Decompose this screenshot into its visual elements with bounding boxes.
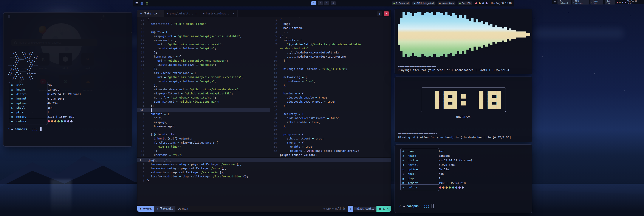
fetch-info-block: ☻usertux⌂hnamecanopus❄distroNixOS 24.11 …	[11, 83, 81, 124]
visualizer-bar	[507, 30, 509, 39]
status-chip[interactable]: Home: 8ms	[438, 2, 456, 5]
track-progress-bar: ======================>	[398, 132, 529, 135]
terminal-window-fetch-left[interactable]: \\ \\ // ==\\__\\/ // // \\// ==// //== …	[3, 12, 132, 147]
code-line: 9 ../../modules/nixos/desktop/awesome	[270, 55, 391, 59]
systray-icon-1[interactable]	[617, 2, 618, 3]
clock-widget[interactable]: Thu Aug 08, 18:18	[490, 2, 512, 5]
status-chip[interactable]: GPU: Integrated	[572, 0, 589, 5]
nix-file-icon: ❄	[203, 12, 204, 15]
menu-icon[interactable]: ☰	[136, 2, 138, 5]
code-line: 19 inputs = {	[137, 30, 270, 34]
code-line: 8 url = "github:nix-community/nix-vscode…	[137, 75, 270, 79]
apps-icon[interactable]: ▦	[140, 2, 143, 5]
editor-pane-flake[interactable]: 22{21 description = "tux's NixOS Flake";…	[137, 17, 270, 157]
status-dot-icon	[414, 3, 416, 4]
clock-widget[interactable]: Thu Aug 08, 18:18	[628, 0, 642, 4]
statusline-filename: ❄ flake.nix	[154, 206, 175, 212]
status-chip[interactable]: Home: 6ms	[590, 0, 603, 5]
clock-border: ██ ██████ ██ ██████ ██ ██ ██ ██ ██ ██ ██…	[421, 88, 506, 112]
cava-window[interactable]: ======================> Playing: ffee fo…	[394, 9, 532, 74]
statusline: ◆ NORMAL ❄ flake.nix ⎇ main ⚙ LSP ~ null…	[137, 206, 391, 212]
color-swatch	[70, 120, 72, 122]
code-line: 17 nixos-wsl = {	[137, 38, 270, 42]
status-chip[interactable]: P: Balanced	[392, 2, 410, 5]
workspace-button-2[interactable]: 2	[318, 1, 323, 5]
color-swatch	[58, 120, 60, 122]
workspace-button-4[interactable]: 4	[330, 1, 336, 5]
code-line: 14 };	[137, 51, 270, 55]
systray-icon-4[interactable]	[486, 2, 488, 4]
visualizer-bar	[417, 12, 419, 57]
nix-file-icon: ❄	[167, 12, 168, 15]
status-dot-icon	[439, 3, 440, 4]
visualizer-bar	[414, 13, 417, 56]
code-line: 29 ssh.startAgent = true;	[270, 136, 391, 141]
lsp-status: ⚙ LSP ~ null-ls	[321, 206, 348, 212]
code-line: 21 };	[270, 104, 391, 108]
status-chip[interactable]: P: Balanced	[558, 0, 571, 5]
code-line: 7 inherit (self) outputs;	[137, 136, 270, 141]
systray-icon-1[interactable]	[475, 2, 477, 4]
fetch-row-colors: ❖colors	[402, 185, 472, 190]
editor-pane-iso[interactable]: 1{2 pkgs,3 modulesPath,4 ...5}: {6 impor…	[270, 17, 391, 157]
fetch-row-kernel: ⚙kernel6.9.8-zen1	[11, 96, 81, 101]
fetch-separator	[400, 184, 439, 184]
code-line: 10 };	[137, 67, 270, 71]
code-line: 9 nix-vscode-extensions = {	[137, 71, 270, 75]
clock-window[interactable]: ██ ██████ ██ ██████ ██ ██ ██ ██ ██ ██ ██…	[394, 77, 532, 142]
menu-icon[interactable]: ☰	[554, 1, 556, 3]
systray-icon-3[interactable]	[482, 2, 484, 4]
code-line: 5}	[137, 178, 391, 183]
systray-icon-4[interactable]	[625, 2, 626, 3]
files-icon[interactable]: ▤	[146, 2, 148, 5]
editor-tab-pkgs/default...[interactable]: ❄pkgs/default...×	[164, 10, 200, 17]
status-chip[interactable]: Bat: 100	[458, 2, 472, 5]
workspace-button-3[interactable]: 3	[324, 1, 329, 5]
bufferline-tabs: ❄flake.nix×❄pkgs/default...×❄hosts/isoIm…	[137, 10, 238, 17]
visualizer-bar	[433, 15, 436, 54]
fetch-row-hname: ⌂hnamecanopus	[402, 153, 472, 158]
buffer-pick-button[interactable]: ◉	[377, 12, 382, 16]
systray-icon-3[interactable]	[622, 2, 623, 3]
code-line: 3 nur.url = "github:nix-community/nur";	[137, 96, 270, 100]
status-chip[interactable]: Bat: 100	[604, 0, 615, 5]
code-line: 11 username = "tux";	[137, 153, 270, 157]
status-chip[interactable]: GPU: Integrated	[412, 2, 436, 5]
visualizer-bar	[521, 32, 523, 38]
code-line: 17	[270, 87, 391, 91]
fetch-row-uptime: ↻uptime3h 59m	[402, 167, 472, 172]
fetch-separator	[9, 118, 47, 118]
code-line: 4 ...	[270, 30, 391, 34]
visualizer-bar	[502, 29, 504, 41]
systray-icon-2[interactable]	[479, 2, 481, 4]
visualizer-bar	[450, 16, 452, 53]
terminal-window-fetch-right[interactable]: ☻usertux⌂hnamecanopus❄distroNixOS 24.11 …	[394, 144, 532, 213]
code-line: 5 ...	[137, 128, 270, 132]
workspace-button-1[interactable]: 1	[311, 1, 316, 5]
fetch-info-block: ☻usertux⌂hnamecanopus❄distroNixOS 24.11 …	[402, 149, 472, 190]
editor-tab-flake.nix[interactable]: ❄flake.nix×	[137, 10, 164, 17]
window-button[interactable]	[8, 15, 10, 18]
code-line: 11 inputs.nixpkgs.follows = "nixpkgs";	[137, 63, 270, 67]
visualizer-bar	[428, 13, 431, 56]
tab-close-icon[interactable]: ×	[233, 12, 234, 15]
color-swatch	[452, 186, 454, 189]
tab-close-icon[interactable]: ×	[159, 12, 161, 15]
visualizer-bar	[459, 15, 462, 54]
editor-pane-pkgs[interactable]: 1{pkgs, ...}: {1 tux-awesome-wm-config =…	[137, 158, 391, 206]
status-chips: P: BalancedGPU: IntegratedHome: 8msBat: …	[392, 2, 472, 5]
visualizer-bar	[422, 15, 424, 54]
code-line: 6 } @ inputs: let	[137, 132, 270, 136]
window-close-button[interactable]: ×	[384, 12, 389, 16]
tab-close-icon[interactable]: ×	[195, 12, 197, 15]
systray	[617, 2, 626, 3]
editor-tab-hosts/isoImag...[interactable]: ❄hosts/isoImag...×	[200, 10, 238, 17]
project-icon: ▣	[348, 206, 353, 212]
visualizer-bar	[410, 13, 412, 56]
code-line: 23 security = {	[270, 112, 391, 116]
shell-icon: $	[11, 106, 16, 109]
neovim-window[interactable]: ❄flake.nix×❄pkgs/default...×❄hosts/isoIm…	[137, 10, 391, 212]
shell-icon: $	[402, 172, 408, 175]
systray-icon-2[interactable]	[620, 2, 620, 3]
project-indicator: ▣ nixos-config	[348, 206, 376, 212]
